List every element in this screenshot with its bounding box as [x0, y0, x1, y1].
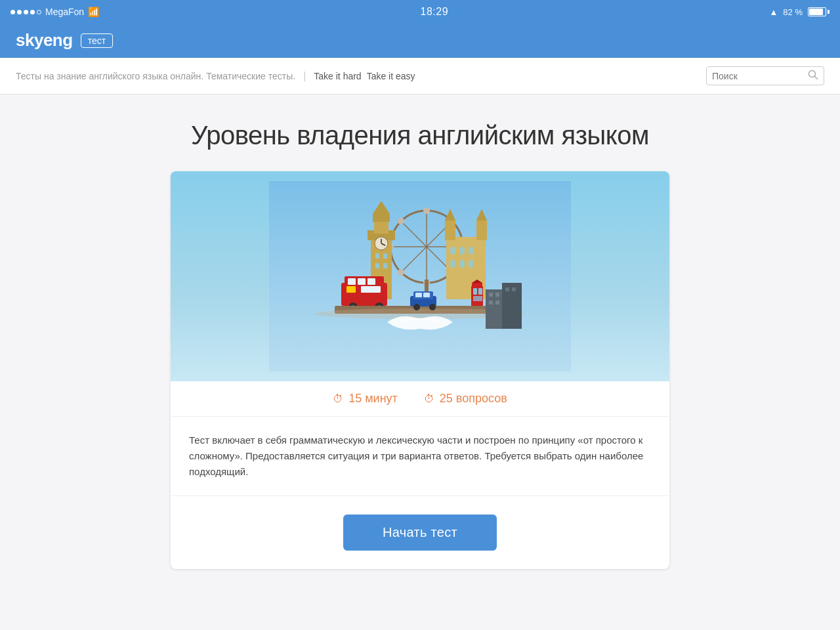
- battery-fill: [809, 9, 823, 15]
- svg-rect-60: [512, 287, 516, 291]
- nav-bar: skyeng тест: [0, 24, 840, 58]
- svg-rect-69: [415, 293, 422, 297]
- take-it-hard-link[interactable]: Take it hard: [314, 71, 361, 81]
- battery-percent: 82 %: [783, 7, 803, 17]
- dot-3: [24, 10, 28, 14]
- svg-rect-59: [505, 287, 509, 291]
- svg-rect-57: [489, 301, 493, 304]
- svg-rect-46: [361, 286, 381, 293]
- page-title: Уровень владения английским языком: [191, 121, 649, 150]
- test-card: ⏱ 15 минут ⏱ 25 вопросов Тест включает в…: [171, 171, 669, 569]
- svg-rect-26: [383, 253, 387, 259]
- test-badge: тест: [81, 33, 113, 48]
- battery-tip: [828, 10, 830, 14]
- card-cta: Начать тест: [171, 496, 669, 569]
- svg-rect-30: [445, 220, 455, 240]
- svg-point-72: [429, 304, 436, 310]
- breadcrumb-divider: |: [303, 70, 306, 82]
- svg-rect-31: [476, 220, 487, 240]
- svg-rect-43: [358, 278, 366, 285]
- time-label: 15 минут: [348, 392, 398, 406]
- questions-stat: ⏱ 25 вопросов: [424, 392, 507, 406]
- logo-eng: eng: [43, 30, 73, 50]
- status-time: 18:29: [421, 6, 449, 18]
- battery-icon: [808, 7, 830, 16]
- main-content: Уровень владения английским языком: [0, 94, 840, 630]
- arrow-icon: ▲: [769, 7, 778, 17]
- battery-body: [808, 7, 826, 16]
- dot-4: [30, 10, 35, 14]
- dot-5: [37, 10, 41, 14]
- svg-rect-2: [269, 181, 571, 371]
- svg-point-71: [413, 304, 420, 310]
- svg-rect-58: [495, 301, 499, 304]
- svg-point-8: [423, 207, 430, 214]
- nav-right: [706, 66, 824, 85]
- svg-rect-62: [472, 283, 482, 288]
- svg-rect-20: [373, 214, 390, 222]
- svg-rect-37: [450, 260, 455, 268]
- search-icon[interactable]: [808, 70, 818, 82]
- svg-point-14: [398, 218, 404, 224]
- question-icon: ⏱: [424, 393, 434, 405]
- signal-dots: [10, 10, 41, 14]
- svg-rect-65: [473, 296, 482, 301]
- take-it-easy-link[interactable]: Take it easy: [367, 71, 415, 81]
- svg-rect-55: [489, 293, 493, 297]
- svg-rect-39: [469, 260, 474, 268]
- svg-rect-44: [368, 278, 375, 285]
- svg-rect-63: [473, 288, 477, 295]
- search-input[interactable]: [712, 71, 804, 81]
- questions-label: 25 вопросов: [440, 392, 507, 406]
- clock-icon: ⏱: [333, 393, 343, 405]
- svg-rect-56: [495, 293, 499, 297]
- svg-rect-45: [346, 286, 356, 293]
- logo[interactable]: skyeng: [16, 30, 73, 51]
- london-illustration: [269, 181, 571, 371]
- card-stats: ⏱ 15 минут ⏱ 25 вопросов: [171, 381, 669, 417]
- dot-1: [10, 10, 15, 14]
- svg-rect-38: [459, 260, 465, 268]
- search-box[interactable]: [706, 66, 824, 85]
- svg-rect-28: [383, 263, 387, 268]
- breadcrumb-area: Тесты на знание английского языка онлайн…: [0, 58, 840, 94]
- svg-line-1: [815, 77, 818, 79]
- logo-sky: sky: [16, 30, 43, 50]
- svg-point-15: [398, 269, 404, 276]
- status-right: ▲ 82 %: [769, 7, 830, 17]
- svg-rect-42: [348, 278, 356, 285]
- wifi-icon: 📶: [88, 7, 99, 17]
- breadcrumb-text: Тесты на знание английского языка онлайн…: [16, 71, 295, 81]
- svg-rect-35: [459, 247, 465, 255]
- card-description: Тест включает в себя грамматическую и ле…: [171, 417, 669, 496]
- status-left: MegaFon 📶: [10, 7, 99, 17]
- description-text: Тест включает в себя грамматическую и ле…: [189, 432, 651, 480]
- svg-rect-27: [375, 263, 379, 268]
- svg-rect-19: [374, 220, 388, 234]
- svg-rect-34: [450, 247, 455, 255]
- status-bar: MegaFon 📶 18:29 ▲ 82 %: [0, 0, 840, 24]
- carrier-label: MegaFon: [45, 7, 84, 17]
- card-image: [171, 171, 669, 381]
- svg-rect-36: [469, 247, 474, 255]
- dot-2: [17, 10, 22, 14]
- start-test-button[interactable]: Начать тест: [343, 514, 497, 551]
- svg-rect-70: [423, 293, 430, 297]
- time-stat: ⏱ 15 минут: [333, 392, 398, 406]
- svg-rect-64: [478, 288, 482, 295]
- svg-rect-25: [375, 253, 379, 259]
